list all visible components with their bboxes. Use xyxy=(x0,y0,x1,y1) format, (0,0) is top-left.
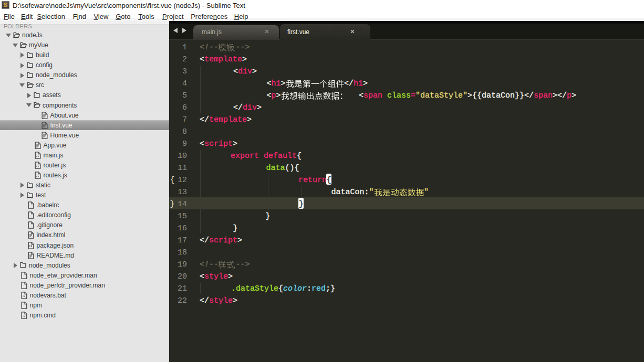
svg-text:S: S xyxy=(4,2,7,8)
